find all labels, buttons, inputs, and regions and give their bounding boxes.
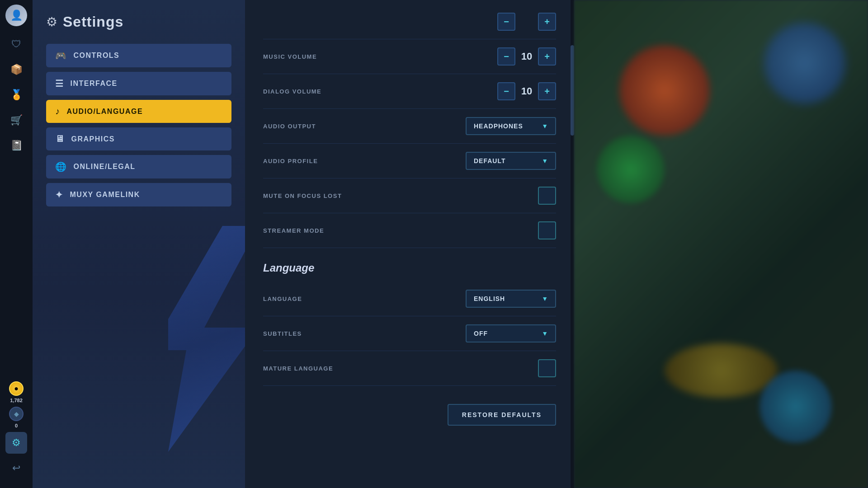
sidebar-item-book[interactable]: 📓 bbox=[5, 135, 27, 156]
music-volume-label: MUSIC VOLUME bbox=[263, 53, 317, 60]
dialog-volume-minus[interactable]: − bbox=[497, 82, 515, 100]
sidebar-item-box[interactable]: 📦 bbox=[5, 59, 27, 80]
game-preview bbox=[574, 0, 868, 488]
dialog-volume-control: − 10 + bbox=[497, 82, 556, 100]
restore-defaults-button[interactable]: RESTORE DEFAULTS bbox=[448, 404, 556, 426]
currency-gem-icon: ◆ bbox=[9, 407, 24, 421]
muxy-icon: ✦ bbox=[55, 189, 64, 200]
streamer-mode-checkbox[interactable] bbox=[538, 221, 556, 239]
setting-row-audio-output: AUDIO OUTPUT HEADPHONES ▼ bbox=[263, 109, 556, 144]
scroll-thumb[interactable] bbox=[571, 45, 574, 136]
language-dropdown[interactable]: ENGLISH ▼ bbox=[466, 290, 556, 308]
music-volume-value: 10 bbox=[515, 51, 538, 62]
subtitles-control: OFF ▼ bbox=[466, 324, 556, 343]
audio-output-label: AUDIO OUTPUT bbox=[263, 123, 316, 130]
partial-stepper-minus[interactable]: − bbox=[497, 13, 515, 31]
partial-stepper: − + bbox=[497, 13, 556, 31]
streamer-mode-label: STREAMER MODE bbox=[263, 227, 324, 234]
game-blob-1 bbox=[619, 45, 710, 136]
mature-language-checkbox[interactable] bbox=[538, 359, 556, 377]
setting-row-partial-top: − + bbox=[263, 9, 556, 39]
sidebar-item-settings[interactable]: ⚙ bbox=[5, 432, 27, 454]
setting-row-mute-focus: MUTE ON FOCUS LOST bbox=[263, 178, 556, 213]
nav-menu: 🎮 CONTROLS ☰ INTERFACE ♪ AUDIO/LANGUAGE … bbox=[46, 44, 231, 206]
dialog-volume-plus[interactable]: + bbox=[538, 82, 556, 100]
sidebar-item-shield[interactable]: 🛡 bbox=[5, 33, 27, 55]
settings-title-bar: ⚙ Settings bbox=[46, 14, 231, 30]
online-label: ONLINE/LEGAL bbox=[74, 163, 136, 171]
mute-focus-checkbox[interactable] bbox=[538, 187, 556, 205]
audio-profile-arrow: ▼ bbox=[542, 157, 548, 164]
subtitles-label: SUBTITLES bbox=[263, 330, 302, 337]
partial-stepper-plus[interactable]: + bbox=[538, 13, 556, 31]
subtitles-dropdown[interactable]: OFF ▼ bbox=[466, 324, 556, 343]
audio-profile-control: DEFAULT ▼ bbox=[466, 152, 556, 170]
avatar[interactable]: 👤 bbox=[5, 5, 27, 26]
subtitles-arrow: ▼ bbox=[542, 330, 548, 337]
interface-icon: ☰ bbox=[55, 78, 64, 89]
interface-label: INTERFACE bbox=[71, 80, 118, 88]
language-control: ENGLISH ▼ bbox=[466, 290, 556, 308]
game-blob-5 bbox=[760, 371, 832, 443]
scrollbar[interactable] bbox=[571, 0, 574, 488]
mature-language-label: MATURE LANGUAGE bbox=[263, 365, 333, 372]
mature-language-control bbox=[538, 359, 556, 377]
language-label: LANGUAGE bbox=[263, 296, 302, 302]
audio-profile-label: AUDIO PROFILE bbox=[263, 158, 318, 164]
nav-item-controls[interactable]: 🎮 CONTROLS bbox=[46, 44, 231, 67]
language-arrow: ▼ bbox=[542, 295, 548, 302]
music-volume-stepper: − 10 + bbox=[497, 47, 556, 66]
graphics-label: GRAPHICS bbox=[71, 135, 115, 143]
dialog-volume-label: DIALOG VOLUME bbox=[263, 88, 321, 95]
sidebar-item-back[interactable]: ↩ bbox=[5, 457, 27, 479]
audio-label: AUDIO/LANGUAGE bbox=[67, 108, 143, 116]
controls-icon: 🎮 bbox=[55, 50, 67, 61]
icon-bar: 👤 🛡 📦 🏅 🛒 📓 ● 1,782 ◆ 0 ⚙ ↩ bbox=[0, 0, 33, 488]
game-blob-4 bbox=[665, 343, 778, 398]
music-volume-control: − 10 + bbox=[497, 47, 556, 66]
currency-primary: ● 1,782 bbox=[9, 381, 24, 403]
setting-row-audio-profile: AUDIO PROFILE DEFAULT ▼ bbox=[263, 144, 556, 178]
language-section-header: Language bbox=[263, 248, 556, 282]
muxy-label: MUXY GAMELINK bbox=[70, 191, 140, 199]
currency-gem-amount: 0 bbox=[15, 423, 18, 428]
page-title: Settings bbox=[63, 14, 123, 30]
restore-defaults-container: RESTORE DEFAULTS bbox=[263, 386, 556, 426]
nav-item-interface[interactable]: ☰ INTERFACE bbox=[46, 72, 231, 95]
audio-output-value: HEADPHONES bbox=[474, 122, 523, 130]
sidebar-item-badge[interactable]: 🏅 bbox=[5, 84, 27, 106]
audio-profile-dropdown[interactable]: DEFAULT ▼ bbox=[466, 152, 556, 170]
mute-focus-control bbox=[538, 187, 556, 205]
setting-row-language: LANGUAGE ENGLISH ▼ bbox=[263, 282, 556, 316]
currency-secondary: ◆ 0 bbox=[9, 407, 24, 428]
audio-profile-value: DEFAULT bbox=[474, 157, 506, 164]
online-icon: 🌐 bbox=[55, 161, 67, 172]
nav-item-graphics[interactable]: 🖥 GRAPHICS bbox=[46, 127, 231, 150]
settings-panel: ⚙ Settings 🎮 CONTROLS ☰ INTERFACE ♪ AUDI… bbox=[33, 0, 245, 488]
mute-focus-label: MUTE ON FOCUS LOST bbox=[263, 192, 342, 199]
currency-gold-icon: ● bbox=[9, 381, 24, 396]
nav-item-muxy[interactable]: ✦ MUXY GAMELINK bbox=[46, 183, 231, 206]
game-blob-2 bbox=[597, 136, 665, 203]
dialog-volume-value: 10 bbox=[515, 85, 538, 97]
audio-icon: ♪ bbox=[55, 106, 61, 117]
controls-label: CONTROLS bbox=[74, 52, 120, 60]
nav-item-audio[interactable]: ♪ AUDIO/LANGUAGE bbox=[46, 100, 231, 123]
audio-output-dropdown[interactable]: HEADPHONES ▼ bbox=[466, 117, 556, 135]
setting-row-mature-language: MATURE LANGUAGE bbox=[263, 351, 556, 386]
currency-gold-amount: 1,782 bbox=[10, 398, 23, 403]
content-scroll[interactable]: − + MUSIC VOLUME − 10 + DIALOG VOLUME bbox=[245, 0, 574, 488]
audio-output-arrow: ▼ bbox=[542, 122, 548, 130]
music-volume-minus[interactable]: − bbox=[497, 47, 515, 66]
settings-gear-icon: ⚙ bbox=[46, 14, 57, 29]
setting-row-music-volume: MUSIC VOLUME − 10 + bbox=[263, 39, 556, 74]
setting-row-subtitles: SUBTITLES OFF ▼ bbox=[263, 316, 556, 351]
language-value: ENGLISH bbox=[474, 295, 505, 302]
nav-item-online[interactable]: 🌐 ONLINE/LEGAL bbox=[46, 155, 231, 178]
graphics-icon: 🖥 bbox=[55, 134, 65, 144]
setting-row-streamer-mode: STREAMER MODE bbox=[263, 213, 556, 248]
music-volume-plus[interactable]: + bbox=[538, 47, 556, 66]
sidebar-item-cart[interactable]: 🛒 bbox=[5, 109, 27, 131]
streamer-mode-control bbox=[538, 221, 556, 239]
game-blob-3 bbox=[764, 23, 845, 104]
